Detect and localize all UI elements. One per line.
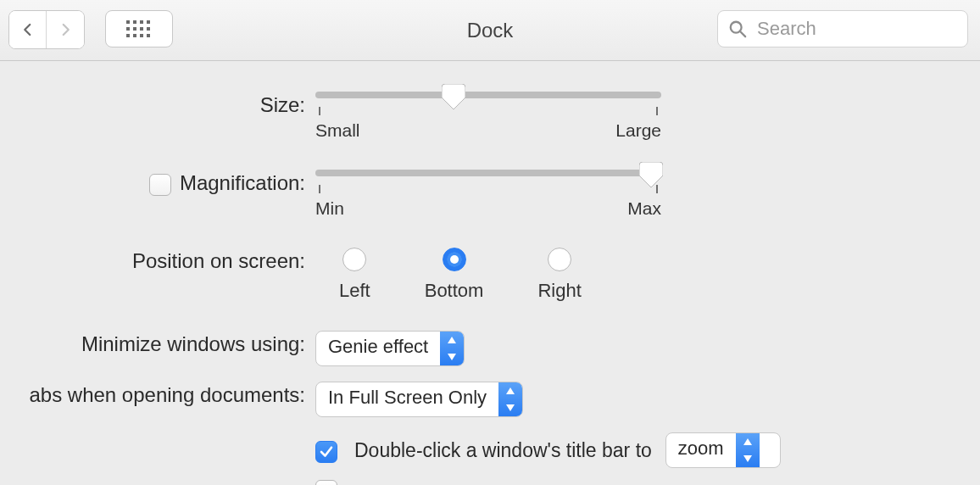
position-label: Position on screen:	[0, 248, 315, 273]
row-position: Position on screen: LeftBottomRight	[0, 248, 980, 302]
svg-rect-9	[133, 34, 136, 37]
toolbar: Dock	[0, 0, 980, 61]
forward-button[interactable]	[47, 11, 84, 48]
svg-rect-7	[147, 27, 150, 31]
radio-button[interactable]	[443, 248, 466, 271]
position-radio-group: LeftBottomRight	[339, 248, 582, 302]
stepper-icon	[736, 433, 760, 467]
size-slider-thumb[interactable]	[442, 84, 465, 109]
stepper-icon	[498, 382, 522, 416]
position-radio-left[interactable]: Left	[339, 248, 370, 302]
radio-button[interactable]	[548, 248, 571, 271]
chevron-left-icon	[20, 22, 36, 37]
row-magnification: Magnification: Min Max	[0, 170, 980, 219]
chevron-right-icon	[58, 22, 73, 37]
magnification-slider-thumb[interactable]	[639, 162, 663, 187]
tabs-value: In Full Screen Only	[316, 382, 498, 416]
stepper-icon	[440, 332, 464, 365]
magnification-checkbox[interactable]	[149, 174, 171, 196]
doubleclick-value: zoom	[666, 433, 736, 467]
position-radio-right[interactable]: Right	[537, 248, 581, 302]
svg-rect-6	[140, 27, 143, 31]
radio-button[interactable]	[342, 248, 366, 271]
svg-line-13	[740, 31, 745, 36]
search-icon	[728, 20, 747, 38]
show-all-button[interactable]	[105, 10, 173, 47]
svg-rect-4	[126, 27, 130, 31]
size-label: Size:	[0, 92, 315, 117]
magnification-label: Magnification:	[180, 171, 305, 195]
row-doubleclick: Double-click a window's title bar to zoo…	[0, 432, 980, 468]
pane: Size: Small Large Magnification:	[0, 61, 980, 485]
back-button[interactable]	[9, 11, 47, 48]
svg-rect-5	[133, 27, 136, 31]
grid-icon	[126, 20, 152, 37]
doubleclick-label: Double-click a window's title bar to	[354, 439, 652, 462]
svg-rect-3	[147, 20, 150, 24]
svg-rect-10	[140, 34, 143, 37]
doubleclick-checkbox[interactable]	[315, 441, 337, 463]
radio-label: Left	[339, 280, 370, 302]
size-slider[interactable]: Small Large	[315, 92, 661, 141]
position-radio-bottom[interactable]: Bottom	[425, 248, 484, 302]
nav-segment	[8, 10, 85, 49]
size-min-label: Small	[315, 120, 360, 141]
search-input[interactable]	[755, 17, 957, 41]
minimize-into-appicon-checkbox[interactable]	[315, 480, 337, 485]
doubleclick-popup[interactable]: zoom	[665, 432, 781, 468]
magnification-slider[interactable]: Min Max	[315, 170, 661, 219]
svg-rect-2	[140, 20, 143, 24]
tabs-label: abs when opening documents:	[0, 382, 315, 407]
svg-rect-0	[126, 20, 130, 24]
size-max-label: Large	[615, 120, 661, 141]
check-icon	[319, 444, 334, 460]
svg-rect-1	[133, 20, 136, 24]
svg-rect-8	[126, 34, 130, 37]
minimize-popup[interactable]: Genie effect	[315, 331, 465, 366]
row-tabs: abs when opening documents: In Full Scre…	[0, 382, 980, 417]
magnification-min-label: Min	[315, 198, 344, 219]
svg-rect-11	[147, 34, 150, 37]
magnification-max-label: Max	[627, 198, 661, 219]
radio-label: Bottom	[425, 280, 484, 302]
minimize-label: Minimize windows using:	[0, 331, 315, 356]
row-partial	[0, 480, 980, 485]
row-minimize: Minimize windows using: Genie effect	[0, 331, 980, 366]
radio-label: Right	[537, 280, 581, 302]
minimize-value: Genie effect	[316, 332, 440, 365]
row-size: Size: Small Large	[0, 92, 980, 141]
toolbar-left	[8, 10, 173, 49]
search-field[interactable]	[717, 10, 968, 47]
tabs-popup[interactable]: In Full Screen Only	[315, 382, 523, 417]
